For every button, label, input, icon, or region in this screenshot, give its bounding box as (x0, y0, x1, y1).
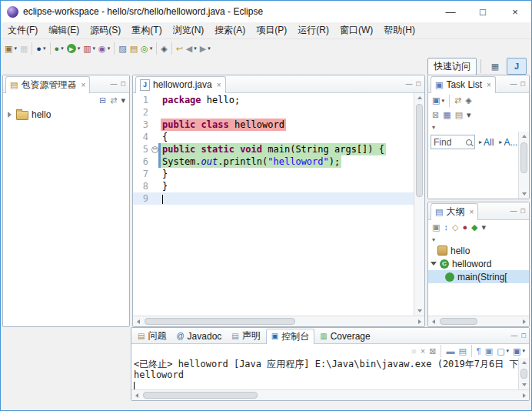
maximize-view-button[interactable]: □ (522, 332, 526, 339)
outline-tab[interactable]: ▤ 大纲 × (431, 203, 478, 220)
hide-completed-icon[interactable]: ⊠ (431, 109, 441, 122)
maximize-view-button[interactable]: □ (521, 207, 525, 215)
scroll-right-icon[interactable] (519, 316, 529, 326)
scroll-right-icon[interactable] (414, 316, 424, 326)
scroll-down-icon[interactable] (519, 189, 529, 199)
scroll-thumb[interactable] (520, 369, 527, 379)
menu-item[interactable]: 帮助(H) (378, 22, 421, 38)
console-horizontal-scrollbar[interactable] (131, 389, 529, 400)
toolbar-overflow-chevron[interactable]: ▾ (428, 122, 529, 132)
new-wizard-icon[interactable]: ▣▾ (3, 41, 18, 56)
remove-all-launches-icon[interactable]: ⊠ (427, 343, 437, 359)
new-package-icon[interactable]: ▤ (128, 41, 139, 56)
scroll-down-icon[interactable] (414, 306, 424, 316)
outline-item[interactable]: Chelloword (428, 257, 529, 270)
synchronize-icon[interactable]: ⇄ (453, 94, 463, 107)
menu-item[interactable]: 重构(T) (126, 22, 167, 38)
close-editor-icon[interactable]: × (217, 81, 221, 89)
toolbar-overflow-chevron[interactable]: ▾ (428, 235, 529, 244)
tab-declaration[interactable]: ▤声明 (227, 329, 264, 343)
external-tools-run-icon[interactable]: ●▾ (35, 41, 47, 56)
tab-coverage[interactable]: ▥Coverage (315, 329, 374, 343)
scroll-up-icon[interactable] (519, 358, 529, 367)
menu-item[interactable]: 搜索(A) (209, 22, 251, 38)
back-icon[interactable]: ◀▾ (185, 41, 198, 56)
scroll-thumb[interactable] (440, 318, 477, 325)
link-with-editor-icon[interactable]: ⇄ (108, 94, 118, 107)
task-list-tab[interactable]: ▣ Task List × (431, 76, 496, 93)
view-menu-icon[interactable]: ▾ (119, 94, 127, 107)
fold-collapse-icon[interactable] (151, 146, 158, 153)
package-explorer-tab[interactable]: ▤ 包资源管理器 × (5, 76, 90, 93)
scroll-thumb[interactable] (145, 318, 295, 325)
menu-item[interactable]: 源码(S) (85, 22, 126, 38)
minimize-view-button[interactable]: — (111, 80, 118, 88)
search-icon[interactable]: ◈ (159, 41, 168, 56)
menu-item[interactable]: 项目(P) (251, 22, 292, 38)
display-selected-icon[interactable]: ▢▾ (495, 343, 510, 359)
menu-item[interactable]: 文件(F) (2, 22, 43, 38)
new-task-icon[interactable]: ▣▾ (431, 94, 446, 107)
search-tasks-icon[interactable]: ◈ (464, 94, 473, 107)
code-line[interactable]: 1package hello; (133, 94, 414, 106)
scroll-right-icon[interactable] (519, 390, 529, 400)
hide-static-icon[interactable]: ● (461, 221, 469, 234)
code-line[interactable]: 2 (133, 106, 414, 119)
minimize-button[interactable]: — (434, 1, 467, 22)
tab-problems[interactable]: ▤问题 (133, 329, 171, 343)
menu-item[interactable]: 窗口(W) (334, 22, 378, 38)
expander-icon[interactable] (6, 112, 13, 118)
code-line[interactable]: 5public static void main(String args[]) … (133, 143, 414, 155)
editor-vertical-scrollbar[interactable] (414, 93, 424, 316)
tab-console[interactable]: ▣控制台 (266, 329, 314, 344)
task-list-link[interactable]: ▸All (479, 137, 494, 148)
run-icon[interactable]: ▶▾ (65, 41, 82, 56)
open-perspective-icon[interactable]: ▦ (485, 58, 505, 75)
code-line[interactable]: 9 (133, 192, 414, 205)
scroll-left-icon[interactable] (131, 390, 141, 400)
maximize-view-button[interactable]: □ (417, 80, 421, 88)
editor-horizontal-scrollbar[interactable] (133, 316, 424, 326)
scroll-thumb[interactable] (416, 104, 423, 197)
code-area[interactable]: 1package hello;23public class helloword4… (133, 93, 414, 316)
categorized-icon[interactable]: ▤ (454, 109, 464, 122)
scroll-lock-icon[interactable]: ▤ (457, 343, 467, 359)
console-output[interactable]: <已终止> helloword [Java 应用程序] E:\Java\bin\… (131, 358, 518, 389)
focus-icon[interactable]: ▣ (431, 221, 441, 234)
minimize-view-button[interactable]: — (406, 80, 413, 88)
close-view-icon[interactable]: × (469, 208, 474, 216)
outline-item[interactable]: main(String[ (428, 270, 529, 283)
minimize-view-button[interactable]: — (510, 207, 517, 215)
scroll-thumb[interactable] (520, 142, 527, 173)
new-class-icon[interactable]: ◎▾ (139, 41, 154, 56)
close-view-icon[interactable]: × (81, 81, 85, 89)
word-wrap-icon[interactable]: ¶ (475, 343, 483, 359)
maximize-view-button[interactable]: □ (521, 80, 525, 88)
menu-item[interactable]: 浏览(N) (168, 22, 210, 38)
scroll-down-icon[interactable] (519, 380, 529, 389)
clear-console-icon[interactable]: ▬ (444, 343, 456, 359)
task-list-vertical-scrollbar[interactable] (518, 132, 529, 199)
code-line[interactable]: 7} (133, 168, 414, 180)
view-menu-icon[interactable]: ▾ (465, 109, 473, 122)
editor-tab[interactable]: J helloword.java × (135, 76, 226, 93)
code-line[interactable]: 3public class helloword (133, 119, 414, 131)
project-item-hello[interactable]: hello (3, 108, 129, 121)
quick-access-button[interactable]: 快速访问 (427, 58, 477, 75)
close-button[interactable]: × (499, 1, 531, 22)
menu-item[interactable]: 编辑(E) (43, 22, 85, 38)
task-list-link[interactable]: ▸A... (499, 137, 517, 148)
coverage-icon[interactable]: ▥▾ (81, 41, 97, 56)
scroll-left-icon[interactable] (428, 316, 438, 326)
code-line[interactable]: 8} (133, 180, 414, 192)
focus-workweek-icon[interactable]: ▦ (441, 109, 452, 122)
java-perspective-icon[interactable]: J (507, 58, 527, 75)
sort-icon[interactable]: ↕ (442, 221, 450, 234)
code-line[interactable]: 6System.out.println("helloword"); (133, 155, 414, 168)
scroll-up-icon[interactable] (414, 93, 424, 102)
outline-horizontal-scrollbar[interactable] (428, 316, 529, 326)
maximize-view-button[interactable]: □ (121, 80, 125, 88)
scroll-left-icon[interactable] (133, 316, 143, 326)
view-menu-icon[interactable]: ▾ (480, 221, 488, 234)
minimize-view-button[interactable]: — (511, 332, 518, 339)
